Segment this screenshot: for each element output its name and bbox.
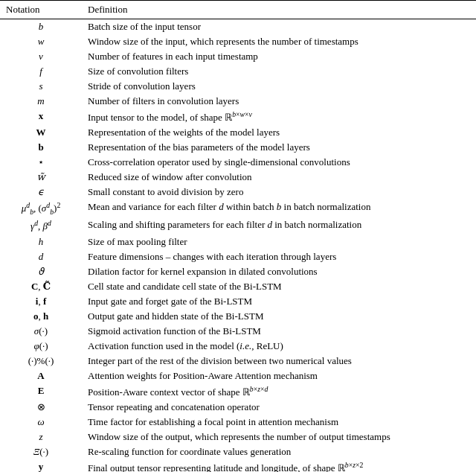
notation-cell: ϵ <box>0 185 82 200</box>
notation-cell: f <box>0 64 82 79</box>
definition-cell: Integer part of the rest of the division… <box>82 354 476 369</box>
table-row: wWindow size of the input, which represe… <box>0 34 476 49</box>
notation-cell: σ(·) <box>0 324 82 339</box>
table-row: zWindow size of the output, which repres… <box>0 430 476 444</box>
table-row: o, hOutput gate and hidden state of the … <box>0 309 476 324</box>
notation-cell: ⋆ <box>0 155 82 170</box>
table-row: AAttention weights for Position-Aware At… <box>0 369 476 383</box>
table-row: vNumber of features in each input timest… <box>0 49 476 64</box>
notation-cell: i, f <box>0 294 82 309</box>
definition-cell: Number of features in each input timesta… <box>82 49 476 64</box>
notation-cell: z <box>0 430 82 444</box>
notation-cell: (·)%(·) <box>0 354 82 369</box>
definition-cell: Tensor repeating and concatenation opera… <box>82 400 476 415</box>
definition-cell: Attention weights for Position-Aware Att… <box>82 369 476 383</box>
definition-cell: Time factor for establishing a focal poi… <box>82 415 476 430</box>
definition-cell: Batch size of the input tensor <box>82 19 476 35</box>
table-row: WRepresentation of the weights of the mo… <box>0 125 476 140</box>
table-row: ϑDilation factor for kernel expansion in… <box>0 264 476 279</box>
table-row: xInput tensor to the model, of shape ℝb×… <box>0 109 476 125</box>
table-row: ⋆Cross-correlation operator used by sing… <box>0 155 476 170</box>
notation-cell: o, h <box>0 309 82 324</box>
table-row: φ(·)Activation function used in the mode… <box>0 339 476 354</box>
table-row: ωTime factor for establishing a focal po… <box>0 415 476 430</box>
table-row: w̃Reduced size of window after convoluti… <box>0 170 476 185</box>
notation-cell: s <box>0 79 82 94</box>
definition-cell: Final output tensor representing latitud… <box>82 459 476 472</box>
definition-cell: Position-Aware context vector of shape ℝ… <box>82 383 476 400</box>
definition-cell: Input gate and forget gate of the Bi-LST… <box>82 294 476 309</box>
notation-cell: φ(·) <box>0 339 82 354</box>
definition-cell: Stride of convolution layers <box>82 79 476 94</box>
definition-cell: Scaling and shifting parameters for each… <box>82 217 476 234</box>
notation-cell: μdb, (σdb)2 <box>0 200 82 217</box>
notation-cell: h <box>0 235 82 249</box>
definition-cell: Representation of the weights of the mod… <box>82 125 476 140</box>
notation-cell: y <box>0 459 82 472</box>
definition-cell: Number of filters in convolution layers <box>82 94 476 109</box>
table-row: ⊗Tensor repeating and concatenation oper… <box>0 400 476 415</box>
notation-cell: ω <box>0 415 82 430</box>
definition-cell: Output gate and hidden state of the Bi-L… <box>82 309 476 324</box>
notation-cell: A <box>0 369 82 383</box>
table-row: i, fInput gate and forget gate of the Bi… <box>0 294 476 309</box>
table-row: Ξ(·)Re-scaling function for coordinate v… <box>0 444 476 459</box>
col-header-definition: Definition <box>82 1 476 19</box>
definition-cell: Representation of the bias parameters of… <box>82 140 476 155</box>
table-row: γd, βdScaling and shifting parameters fo… <box>0 217 476 234</box>
table-row: σ(·)Sigmoid activation function of the B… <box>0 324 476 339</box>
table-row: bRepresentation of the bias parameters o… <box>0 140 476 155</box>
definition-cell: Dilation factor for kernel expansion in … <box>82 264 476 279</box>
notation-cell: C, C̃ <box>0 279 82 294</box>
col-header-notation: Notation <box>0 1 82 19</box>
notation-cell: m <box>0 94 82 109</box>
definition-cell: Small constant to avoid division by zero <box>82 185 476 200</box>
table-row: bBatch size of the input tensor <box>0 19 476 35</box>
definition-cell: Input tensor to the model, of shape ℝb×w… <box>82 109 476 125</box>
notation-cell: b <box>0 140 82 155</box>
table-row: (·)%(·)Integer part of the rest of the d… <box>0 354 476 369</box>
definition-cell: Re-scaling function for coordinate value… <box>82 444 476 459</box>
notation-cell: ⊗ <box>0 400 82 415</box>
table-row: hSize of max pooling filter <box>0 235 476 249</box>
table-row: C, C̃Cell state and candidate cell state… <box>0 279 476 294</box>
notation-cell: ϑ <box>0 264 82 279</box>
notation-cell: v <box>0 49 82 64</box>
notation-cell: E <box>0 383 82 400</box>
definition-cell: Sigmoid activation function of the Bi-LS… <box>82 324 476 339</box>
notation-cell: d <box>0 249 82 264</box>
definition-cell: Size of convolution filters <box>82 64 476 79</box>
definition-cell: Mean and variance for each filter d with… <box>82 200 476 217</box>
definition-cell: Feature dimensions – changes with each i… <box>82 249 476 264</box>
definition-cell: Window size of the output, which represe… <box>82 430 476 444</box>
notation-cell: γd, βd <box>0 217 82 234</box>
notation-cell: Ξ(·) <box>0 444 82 459</box>
notation-cell: w̃ <box>0 170 82 185</box>
table-row: EPosition-Aware context vector of shape … <box>0 383 476 400</box>
definition-cell: Window size of the input, which represen… <box>82 34 476 49</box>
definition-cell: Activation function used in the model (i… <box>82 339 476 354</box>
definition-cell: Cell state and candidate cell state of t… <box>82 279 476 294</box>
notation-table: Notation Definition bBatch size of the i… <box>0 0 476 472</box>
notation-cell: w <box>0 34 82 49</box>
table-row: dFeature dimensions – changes with each … <box>0 249 476 264</box>
definition-cell: Size of max pooling filter <box>82 235 476 249</box>
table-row: fSize of convolution filters <box>0 64 476 79</box>
notation-cell: b <box>0 19 82 35</box>
definition-cell: Reduced size of window after convolution <box>82 170 476 185</box>
definition-cell: Cross-correlation operator used by singl… <box>82 155 476 170</box>
table-row: yFinal output tensor representing latitu… <box>0 459 476 472</box>
notation-cell: W <box>0 125 82 140</box>
table-row: ϵSmall constant to avoid division by zer… <box>0 185 476 200</box>
table-row: mNumber of filters in convolution layers <box>0 94 476 109</box>
notation-cell: x <box>0 109 82 125</box>
table-row: μdb, (σdb)2Mean and variance for each fi… <box>0 200 476 217</box>
notation-table-container: Notation Definition bBatch size of the i… <box>0 0 476 472</box>
table-row: sStride of convolution layers <box>0 79 476 94</box>
